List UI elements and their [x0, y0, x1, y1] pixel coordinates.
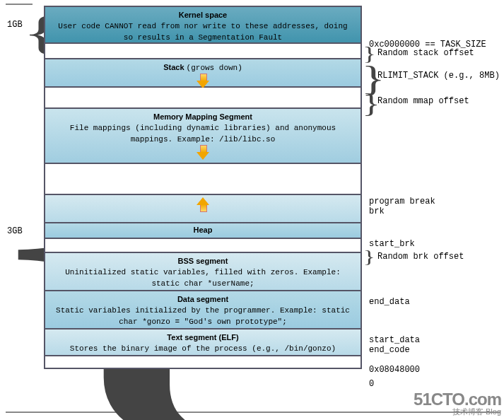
brace-brk-offset: } [363, 246, 375, 267]
watermark-big: 51CTO.com [414, 391, 501, 408]
mmap-desc: File mappings (including dynamic librari… [70, 124, 336, 144]
memory-layout-diagram: Kernel space User code CANNOT read from … [44, 6, 362, 369]
data-segment: Data segment Static variables initialize… [44, 291, 362, 329]
label-start-data: start_data [369, 335, 420, 345]
kernel-segment: Kernel space User code CANNOT read from … [44, 7, 362, 44]
label-rand-brk: Random brk offset [377, 252, 464, 262]
watermark-small: 技术博客 Blog [414, 408, 501, 416]
label-end-data: end_data [369, 297, 410, 307]
bss-title: BSS segment [178, 257, 228, 265]
arrow-down-icon [198, 145, 208, 159]
label-prog-break: program break [369, 197, 435, 206]
kernel-desc: User code CANNOT read from nor write to … [58, 22, 347, 42]
text-segment: Text segment (ELF) Stores the binary ima… [44, 329, 362, 356]
arrow-up-icon [198, 198, 208, 212]
stack-note: (grows down) [187, 64, 242, 72]
mmap-title: Memory Mapping Segment [153, 112, 252, 121]
label-brk: brk [369, 206, 385, 216]
data-title: Data segment [177, 295, 228, 303]
heap-segment: Heap [44, 223, 362, 239]
gap-stack-offset [44, 44, 362, 59]
gap-bottom [44, 356, 362, 369]
label-rand-mmap: Random mmap offset [377, 96, 469, 106]
gap-brk-offset [44, 239, 362, 253]
gap-mmap-offset [44, 88, 362, 109]
label-zero: 0 [369, 379, 374, 389]
label-text-addr: 0x08048000 [369, 365, 420, 375]
arrow-down-icon [198, 74, 208, 88]
text-desc: Stores the binary image of the process (… [70, 344, 336, 353]
watermark: 51CTO.com 技术博客 Blog [414, 391, 501, 416]
stack-title: Stack [163, 63, 184, 71]
kernel-title: Kernel space [179, 11, 227, 19]
data-desc: Static variables initialized by the prog… [56, 306, 350, 326]
size-bottom: 3GB [7, 226, 23, 236]
label-rlimit: RLIMIT_STACK (e.g., 8MB) [377, 71, 500, 81]
bss-desc: Uninitialized static variables, filled w… [65, 268, 340, 288]
bss-segment: BSS segment Uninitialized static variabl… [44, 253, 362, 291]
gap-heap-grow [44, 164, 362, 195]
label-rand-stack: Random stack offset [377, 48, 474, 58]
heap-grow-segment [44, 195, 362, 223]
label-start-brk: start_brk [369, 239, 415, 249]
text-title: Text segment (ELF) [167, 333, 238, 342]
mmap-segment: Memory Mapping Segment File mappings (in… [44, 109, 362, 164]
heap-title: Heap [194, 226, 213, 234]
stack-segment: Stack (grows down) [44, 59, 362, 88]
label-end-code: end_code [369, 345, 410, 355]
